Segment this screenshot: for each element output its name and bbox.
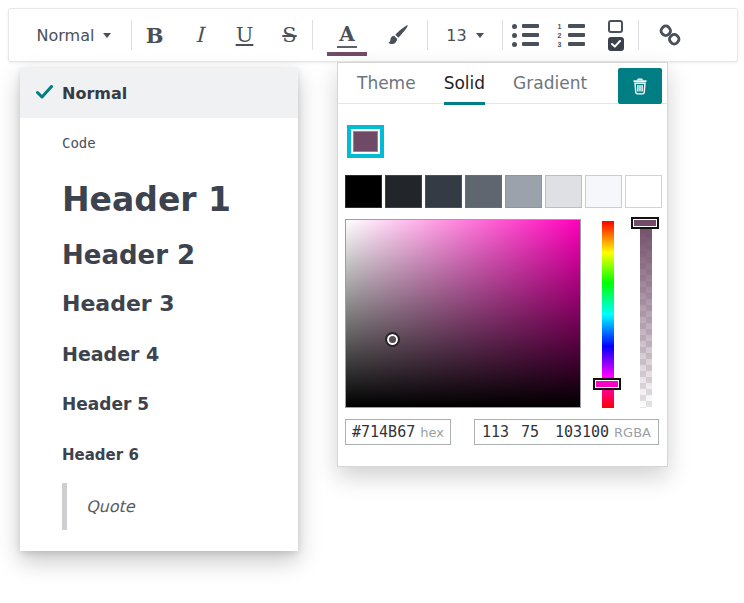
rgba-input[interactable]: 113 75 103 100 RGBA: [474, 419, 659, 445]
toolbar-separator: [638, 20, 639, 50]
rgba-red-value: 113: [482, 423, 521, 441]
hex-input[interactable]: #714B67 hex: [345, 419, 451, 445]
checkmark-icon: [36, 85, 53, 99]
tab-theme[interactable]: Theme: [357, 63, 416, 105]
list-ol-icon: 1 2 3: [557, 24, 585, 47]
quote-bar: [62, 483, 67, 530]
menu-item-label: Header 5: [62, 394, 149, 414]
grayscale-swatch-row: [345, 175, 662, 208]
rgba-blue-value: 103: [555, 423, 582, 441]
editor-toolbar: Normal B I U S A 13 1: [8, 8, 738, 62]
highlight-color-button[interactable]: [375, 13, 421, 57]
menu-item-label: Normal: [62, 84, 127, 103]
menu-item-label: Header 6: [62, 446, 139, 464]
font-color-indicator: [327, 52, 367, 56]
tab-label: Gradient: [513, 73, 587, 93]
caret-down-icon: [476, 33, 484, 38]
check-square-icon: [608, 20, 624, 51]
menu-item-label: Header 4: [62, 343, 159, 365]
font-size-value: 13: [446, 26, 466, 45]
italic-button[interactable]: I: [177, 13, 222, 57]
gray-swatch-2[interactable]: [385, 175, 422, 208]
reset-color-button[interactable]: [618, 68, 662, 104]
menu-item-header6[interactable]: Header 6: [20, 429, 298, 481]
numbered-list-button[interactable]: 1 2 3: [548, 13, 593, 57]
selected-color-fill: [353, 131, 378, 152]
menu-item-normal[interactable]: Normal: [20, 68, 298, 118]
checklist-button[interactable]: [593, 13, 638, 57]
font-color-button[interactable]: A: [325, 13, 369, 57]
menu-item-label: Header 1: [62, 180, 231, 219]
underline-button[interactable]: U: [222, 13, 267, 57]
bold-glyph: B: [146, 23, 164, 48]
paint-brush-icon: [386, 23, 410, 47]
gray-swatch-3[interactable]: [425, 175, 462, 208]
chain-link-icon: [657, 22, 683, 48]
tab-label: Solid: [444, 73, 485, 93]
rgba-unit-label: RGBA: [614, 425, 651, 440]
color-picker-panel: Theme Solid Gradient: [337, 62, 668, 467]
strikethrough-glyph: S: [282, 23, 296, 47]
menu-item-header3[interactable]: Header 3: [20, 278, 298, 328]
gray-swatch-1[interactable]: [345, 175, 382, 208]
trash-icon: [632, 78, 648, 95]
caret-down-icon: [103, 33, 111, 38]
menu-item-code[interactable]: Code: [20, 118, 298, 167]
menu-item-label: Code: [62, 135, 96, 151]
alpha-slider[interactable]: [640, 221, 652, 408]
menu-item-label: Header 2: [62, 240, 195, 270]
rgba-alpha-value: 100: [582, 423, 609, 441]
tab-gradient[interactable]: Gradient: [513, 63, 587, 105]
tab-solid[interactable]: Solid: [444, 63, 485, 105]
selected-color-swatch[interactable]: [347, 125, 384, 158]
toolbar-separator: [312, 20, 313, 50]
font-size-dropdown[interactable]: 13: [433, 13, 497, 57]
menu-item-header2[interactable]: Header 2: [20, 231, 298, 278]
rgba-green-value: 75: [521, 423, 555, 441]
tab-label: Theme: [357, 73, 416, 93]
menu-item-label: Quote: [86, 497, 135, 516]
list-ul-icon: [512, 24, 539, 47]
strikethrough-button[interactable]: S: [267, 13, 312, 57]
hue-slider[interactable]: [602, 221, 614, 408]
insert-link-button[interactable]: [644, 13, 696, 57]
hex-value: #714B67: [352, 423, 415, 441]
hue-cursor[interactable]: [593, 378, 621, 390]
saturation-value-area[interactable]: [345, 219, 581, 408]
menu-item-header4[interactable]: Header 4: [20, 328, 298, 379]
bold-button[interactable]: B: [132, 13, 177, 57]
gray-swatch-6[interactable]: [545, 175, 582, 208]
hex-unit-label: hex: [420, 425, 444, 440]
underline-glyph: U: [236, 23, 254, 47]
italic-glyph: I: [195, 23, 203, 47]
menu-item-quote[interactable]: Quote: [20, 481, 298, 531]
gray-swatch-5[interactable]: [505, 175, 542, 208]
menu-item-label: Header 3: [62, 291, 175, 316]
color-picker-tabs: Theme Solid Gradient: [338, 63, 667, 104]
paragraph-style-menu: Normal Code Header 1 Header 2 Header 3 H…: [20, 68, 298, 551]
gray-swatch-4[interactable]: [465, 175, 502, 208]
paragraph-style-label: Normal: [37, 26, 95, 45]
menu-item-header5[interactable]: Header 5: [20, 379, 298, 429]
gray-swatch-7[interactable]: [585, 175, 622, 208]
saturation-cursor[interactable]: [385, 332, 400, 347]
toolbar-separator: [427, 20, 428, 50]
font-color-letter: A: [337, 23, 357, 48]
menu-item-header1[interactable]: Header 1: [20, 167, 298, 231]
bullet-list-button[interactable]: [503, 13, 548, 57]
alpha-cursor[interactable]: [631, 217, 659, 229]
gray-swatch-8[interactable]: [625, 175, 662, 208]
paragraph-style-dropdown[interactable]: Normal: [9, 13, 131, 57]
